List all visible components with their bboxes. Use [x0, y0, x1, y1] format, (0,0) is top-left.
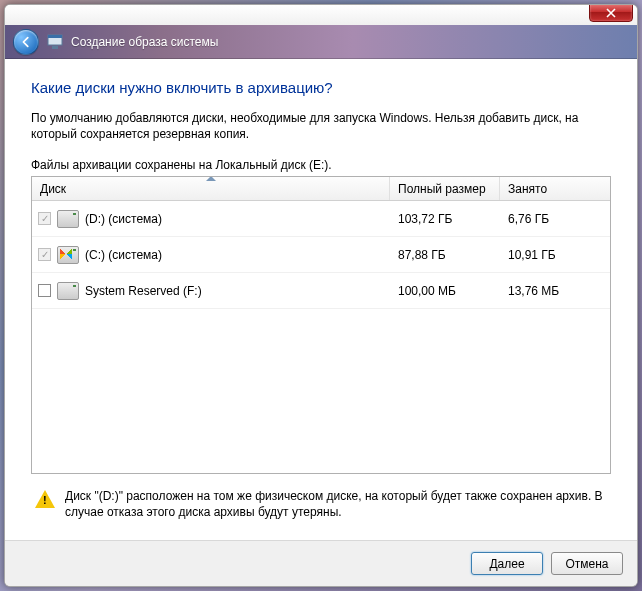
page-description: По умолчанию добавляются диски, необходи…	[31, 110, 611, 142]
drive-icon	[57, 282, 79, 300]
table-row[interactable]: System Reserved (F:)100,00 МБ13,76 МБ	[32, 273, 610, 309]
footer: Далее Отмена	[5, 540, 637, 586]
disk-used: 6,76 ГБ	[500, 212, 610, 226]
wizard-window: Создание образа системы Какие диски нужн…	[4, 4, 638, 587]
page-heading: Какие диски нужно включить в архивацию?	[31, 79, 611, 96]
table-body: ✓(D:) (система)103,72 ГБ6,76 ГБ✓(C:) (си…	[32, 201, 610, 472]
col-header-disk[interactable]: Диск	[32, 177, 390, 200]
col-header-used[interactable]: Занято	[500, 177, 610, 200]
table-header: Диск Полный размер Занято	[32, 177, 610, 201]
navbar: Создание образа системы	[5, 25, 637, 59]
close-button[interactable]	[589, 4, 633, 22]
col-header-size[interactable]: Полный размер	[390, 177, 500, 200]
disk-label: (D:) (система)	[85, 212, 162, 226]
sort-indicator-icon	[206, 176, 216, 181]
disk-size: 103,72 ГБ	[390, 212, 500, 226]
cancel-button-label: Отмена	[565, 557, 608, 571]
table-row[interactable]: ✓(C:) (система)87,88 ГБ10,91 ГБ	[32, 237, 610, 273]
disk-size: 87,88 ГБ	[390, 248, 500, 262]
svg-rect-1	[48, 35, 62, 38]
window-title: Создание образа системы	[71, 35, 218, 49]
close-icon	[606, 8, 616, 18]
svg-rect-2	[52, 46, 58, 49]
warning-text: Диск "(D:)" расположен на том же физичес…	[65, 488, 607, 520]
col-header-used-label: Занято	[508, 182, 547, 196]
backup-location-text: Файлы архивации сохранены на Локальный д…	[31, 158, 611, 172]
table-row[interactable]: ✓(D:) (система)103,72 ГБ6,76 ГБ	[32, 201, 610, 237]
titlebar	[5, 5, 637, 25]
next-button-label: Далее	[489, 557, 524, 571]
disk-size: 100,00 МБ	[390, 284, 500, 298]
windows-drive-icon	[57, 246, 79, 264]
disk-used: 10,91 ГБ	[500, 248, 610, 262]
disk-checkbox: ✓	[38, 212, 51, 225]
disk-checkbox[interactable]	[38, 284, 51, 297]
col-header-size-label: Полный размер	[398, 182, 486, 196]
disk-checkbox: ✓	[38, 248, 51, 261]
disk-label: System Reserved (F:)	[85, 284, 202, 298]
system-image-icon	[47, 34, 63, 50]
disk-label: (C:) (система)	[85, 248, 162, 262]
disk-used: 13,76 МБ	[500, 284, 610, 298]
next-button[interactable]: Далее	[471, 552, 543, 575]
warning-row: Диск "(D:)" расположен на том же физичес…	[31, 474, 611, 530]
back-button[interactable]	[13, 29, 39, 55]
drive-icon	[57, 210, 79, 228]
content-area: Какие диски нужно включить в архивацию? …	[5, 59, 637, 540]
cancel-button[interactable]: Отмена	[551, 552, 623, 575]
warning-icon	[35, 490, 55, 508]
col-header-disk-label: Диск	[40, 182, 66, 196]
arrow-left-icon	[19, 35, 33, 49]
disk-table: Диск Полный размер Занято ✓(D:) (система…	[31, 176, 611, 473]
